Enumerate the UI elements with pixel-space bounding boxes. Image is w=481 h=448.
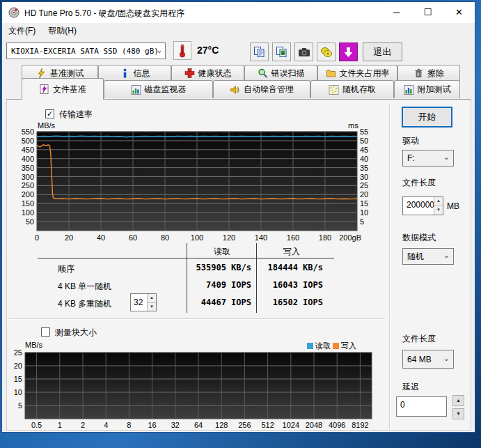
svg-text:0.5: 0.5 [31, 421, 42, 429]
temperature-button[interactable] [173, 41, 191, 60]
svg-text:20: 20 [14, 362, 22, 370]
tab-info[interactable]: 信息 [98, 65, 171, 81]
copy-text-button[interactable] [250, 43, 269, 61]
tab-error-scan[interactable]: 错误扫描 [244, 65, 317, 81]
queue-depth-arrows[interactable]: ▲▼ [147, 294, 156, 311]
chevron-down-icon: ⌄ [157, 45, 161, 54]
tab-label: 随机存取 [342, 84, 376, 95]
save-button[interactable] [317, 43, 336, 61]
svg-text:160: 160 [287, 233, 299, 242]
camera-icon [298, 47, 310, 57]
transfer-rate-checkbox[interactable]: ✓ [45, 109, 54, 118]
title-bar[interactable]: HD Tune Pro 5.70 - 硬盘/固态硬盘实用程序 ─ ☐ ✕ [2, 2, 475, 23]
tab-auto-acoustic[interactable]: 自动噪音管理 [213, 80, 310, 98]
spin-down-icon[interactable]: ▼ [148, 303, 156, 311]
svg-text:140: 140 [255, 233, 267, 242]
temperature-value: 27°C [197, 45, 219, 56]
app-window: HD Tune Pro 5.70 - 硬盘/固态硬盘实用程序 ─ ☐ ✕ 文件(… [1, 1, 475, 433]
maximize-button[interactable]: ☐ [412, 2, 443, 23]
svg-text:20: 20 [65, 233, 73, 242]
data-mode-value: 随机 [407, 251, 424, 263]
extra-tests-icon [404, 85, 414, 95]
folder-icon [326, 68, 336, 78]
close-button[interactable]: ✕ [443, 2, 475, 23]
row-sequential-label: 顺序 [58, 263, 74, 275]
tab-extra-tests[interactable]: 附加测试 [394, 80, 460, 98]
file-length2-label: 文件长度 [402, 333, 436, 345]
menu-help[interactable]: 帮助(H) [42, 23, 83, 38]
spin-down-icon[interactable]: ▼ [434, 206, 443, 215]
svg-text:128: 128 [215, 421, 228, 429]
svg-text:120: 120 [223, 233, 235, 242]
chevron-down-icon: ⌄ [443, 153, 450, 162]
svg-text:180: 180 [319, 233, 331, 242]
row-4k-single-label: 4 KB 单一随机 [58, 281, 111, 293]
tab-health[interactable]: 健康状态 [171, 65, 244, 81]
svg-text:50: 50 [360, 137, 368, 145]
file-length-input[interactable]: 200000 ▲▼ [402, 196, 443, 215]
data-mode-dropdown[interactable]: 随机 ⌄ [402, 248, 454, 265]
svg-text:350: 350 [22, 164, 34, 172]
minimize-button[interactable]: ─ [381, 2, 412, 23]
tab-label: 擦除 [427, 68, 444, 79]
menu-file[interactable]: 文件(F) [2, 23, 42, 38]
svg-text:16: 16 [148, 421, 156, 429]
tab-label: 磁盘监视器 [145, 84, 187, 95]
tab-erase[interactable]: 擦除 [397, 65, 460, 81]
save-icon [320, 47, 333, 58]
drive-dropdown-value: F: [407, 153, 415, 163]
tab-label: 自动噪音管理 [244, 84, 294, 95]
tab-file-benchmark-selected[interactable]: 文件基准 [22, 78, 104, 100]
tab-label: 附加测试 [418, 84, 451, 95]
block-size-checkbox[interactable] [41, 327, 50, 337]
svg-text:25: 25 [360, 181, 368, 190]
info-icon [120, 68, 130, 78]
transfer-rate-label: 传输速率 [59, 109, 93, 121]
spin-up-icon[interactable]: ▲ [452, 395, 464, 406]
tab-label: 基准测试 [50, 68, 84, 79]
menu-bar: 文件(F) 帮助(H) [2, 23, 475, 38]
table-col-read: 读取 [187, 246, 257, 258]
download-results-button[interactable] [339, 43, 358, 61]
tab-disk-monitor[interactable]: 磁盘监视器 [104, 80, 213, 98]
svg-text:10: 10 [14, 388, 22, 396]
block-size-label: 测量块大小 [55, 327, 97, 339]
drive-select[interactable]: KIOXIA-EXCERIA SATA SSD (480 gB) ⌄ [6, 43, 166, 59]
svg-text:15: 15 [360, 199, 368, 208]
screenshot-button[interactable] [294, 43, 313, 61]
tab-label: 信息 [134, 68, 150, 79]
queue-depth-stepper[interactable]: 32 ▲▼ [130, 293, 157, 311]
drive-label: 驱动 [402, 135, 419, 147]
disk-monitor-icon [131, 85, 141, 95]
svg-text:10: 10 [360, 208, 368, 217]
app-icon [8, 7, 19, 18]
spin-up-icon[interactable]: ▲ [434, 197, 443, 206]
file-length2-dropdown[interactable]: 64 MB ⌄ [402, 350, 454, 369]
svg-text:30: 30 [360, 173, 368, 181]
delay-stepper[interactable]: ▲ ▼ [452, 395, 464, 419]
svg-text:1: 1 [58, 421, 62, 429]
svg-text:32: 32 [171, 421, 180, 429]
start-button[interactable]: 开始 [402, 107, 452, 128]
tab-folder-usage[interactable]: 文件夹占用率 [317, 65, 397, 81]
svg-text:64: 64 [194, 421, 203, 429]
copy-image-button[interactable] [272, 43, 291, 61]
magnifier-icon [258, 68, 268, 78]
delay-input[interactable]: 0 [396, 396, 447, 417]
file-length-arrows[interactable]: ▲▼ [434, 197, 443, 215]
tab-label: 错误扫描 [271, 68, 305, 79]
drive-dropdown[interactable]: F: ⌄ [402, 150, 454, 167]
exit-button[interactable]: 退出 [363, 43, 402, 61]
svg-text:550: 550 [22, 128, 34, 136]
svg-text:8192: 8192 [352, 421, 368, 429]
spin-up-icon[interactable]: ▲ [148, 294, 156, 303]
drive-select-value: KIOXIA-EXCERIA SATA SSD (480 gB) [11, 47, 159, 56]
tab-label: 文件夹占用率 [340, 68, 390, 79]
tab-random-access[interactable]: 随机存取 [310, 80, 394, 98]
single-random-write-value: 16043 IOPS [238, 280, 323, 290]
benchmark-icon [36, 68, 47, 78]
spin-down-icon[interactable]: ▼ [452, 408, 464, 419]
tab-label: 健康状态 [198, 68, 232, 79]
svg-text:4: 4 [104, 421, 108, 429]
svg-text:200gB: 200gB [339, 233, 361, 242]
